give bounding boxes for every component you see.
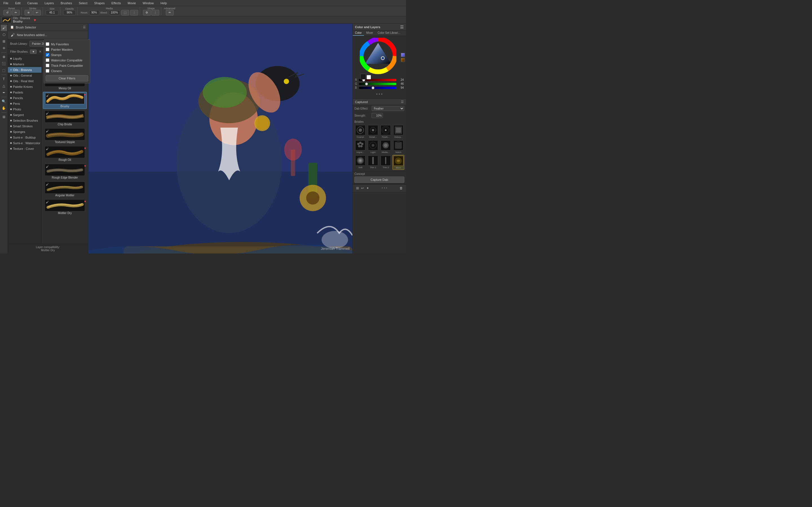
history-icon[interactable]: ↩: [360, 186, 365, 191]
size-input[interactable]: [46, 10, 58, 15]
cat-pastels[interactable]: Pastels: [8, 90, 42, 95]
cat-texture-cover[interactable]: Texture : Cover: [8, 146, 42, 152]
foreground-color[interactable]: [360, 74, 366, 79]
clear-filters-button[interactable]: Clear Filters: [46, 75, 88, 81]
media-btn2[interactable]: ⋮: [130, 10, 138, 15]
menu-shapes[interactable]: Shapes: [93, 1, 106, 5]
layers-icon[interactable]: ⊞: [355, 186, 360, 191]
filter-thick-paint-checkbox[interactable]: [46, 64, 49, 67]
tool-move[interactable]: ✛: [1, 45, 7, 51]
cat-photo[interactable]: Photo: [8, 107, 42, 112]
tool-crop[interactable]: ⊞: [1, 38, 7, 45]
stroke-btn1[interactable]: ≋: [24, 10, 33, 15]
reset-stroke-button[interactable]: ✏: [12, 10, 20, 15]
bristle-light[interactable]: Light: [367, 140, 379, 154]
menu-help[interactable]: Help: [159, 1, 168, 5]
canvas-area[interactable]: Jeremiah Trammell: [88, 24, 352, 253]
cat-palette-knives[interactable]: Palette Knives: [8, 84, 42, 90]
brush-item-rough-oil[interactable]: 🖌 Rough Oil ♥: [43, 146, 87, 162]
bristle-notch[interactable]: Notch: [393, 140, 404, 154]
cat-sponges[interactable]: Sponges: [8, 129, 42, 135]
cat-oils-real-wet[interactable]: Oils : Real Wet: [8, 78, 42, 84]
bristle-impressionist[interactable]: Impre...: [354, 140, 366, 154]
g-slider[interactable]: [359, 83, 396, 85]
cat-pencils[interactable]: Pencils: [8, 95, 42, 101]
menu-file[interactable]: File: [2, 1, 10, 5]
bleed-value-input[interactable]: [109, 10, 120, 15]
tool-eyedropper[interactable]: ⊕: [1, 54, 7, 60]
bristle-soft[interactable]: Soft: [354, 155, 366, 170]
bristle-thin2[interactable]: Thin 2: [380, 155, 392, 170]
filter-watercolor-checkbox[interactable]: [46, 58, 49, 62]
bristle-coarse[interactable]: Coarse: [354, 124, 366, 139]
color-variant-2[interactable]: [401, 58, 405, 62]
bristle-feather[interactable]: Feath...: [380, 124, 392, 139]
bristle-thin1[interactable]: Thin 1: [367, 155, 379, 170]
captured-menu-icon[interactable]: ☰: [401, 100, 404, 104]
media-btn1[interactable]: ⬚: [121, 10, 129, 15]
filter-button[interactable]: ▼: [30, 50, 37, 54]
tool-fill[interactable]: ⬛: [1, 61, 7, 67]
filter-clear-icon[interactable]: ✕: [39, 50, 42, 54]
brush-favorite-button[interactable]: ♥: [32, 17, 38, 23]
filter-stamps-checkbox[interactable]: [46, 53, 49, 57]
reset-value-input[interactable]: [89, 10, 99, 15]
panel-menu-icon[interactable]: ☰: [400, 25, 404, 29]
shape-btn1[interactable]: ⚙: [143, 10, 151, 15]
menu-select[interactable]: Select: [78, 1, 89, 5]
color-wheel[interactable]: [360, 38, 396, 74]
menu-window[interactable]: Window: [142, 1, 155, 5]
plus-icon[interactable]: ✦: [365, 186, 370, 191]
cat-selection-brushes[interactable]: Selection Brushes: [8, 118, 42, 123]
menu-edit[interactable]: Edit: [14, 1, 22, 5]
background-color[interactable]: [366, 75, 371, 79]
tool-zoom[interactable]: 🔍: [1, 98, 7, 105]
bristle-heavy[interactable]: Heavy...: [393, 124, 404, 139]
bristle-worn[interactable]: Worn: [393, 155, 404, 170]
stroke-btn2[interactable]: ↩: [33, 10, 41, 15]
filter-painter-masters-checkbox[interactable]: [46, 48, 49, 51]
brush-item-mottler-dry[interactable]: 🖌 Mottler Dry ♥: [43, 199, 87, 216]
menu-movie[interactable]: Movie: [126, 1, 137, 5]
cat-liquify[interactable]: Liquify: [8, 56, 42, 61]
advanced-button[interactable]: ✏: [166, 10, 174, 15]
brush-item-angular-mottler[interactable]: 🖌 Angular Mottler: [43, 181, 87, 198]
delete-icon[interactable]: 🗑: [399, 186, 404, 191]
tool-shape[interactable]: △: [1, 83, 7, 89]
cat-pens[interactable]: Pens: [8, 101, 42, 107]
cat-sumie-watercolor[interactable]: Sumi-e : Watercolor: [8, 140, 42, 146]
menu-canvas[interactable]: Canvas: [26, 1, 39, 5]
menu-brushes[interactable]: Brushes: [59, 1, 73, 5]
dab-effect-select[interactable]: Feather: [371, 106, 404, 111]
filter-my-favorites-checkbox[interactable]: [46, 42, 49, 46]
tab-mixer[interactable]: Mixer: [364, 31, 375, 36]
reset-button[interactable]: ↺: [3, 10, 11, 15]
brush-panel-menu-icon[interactable]: ☰: [83, 25, 86, 29]
brush-item-chip-bristle[interactable]: 🖌 Chip Bristle: [43, 110, 87, 127]
tool-layers[interactable]: ⊞: [1, 114, 7, 120]
bristle-detail[interactable]: Detail...: [367, 124, 379, 139]
cat-markers[interactable]: Markers: [8, 61, 42, 67]
filter-cloners[interactable]: Cloners: [46, 68, 88, 73]
tool-pen[interactable]: ✒: [1, 90, 7, 96]
brush-item-textured-stipple[interactable]: 🖌 Textured Stipple: [43, 128, 87, 145]
strength-input[interactable]: [371, 113, 383, 118]
tool-select[interactable]: ⬡: [1, 32, 7, 38]
shape-btn2[interactable]: ⋮: [151, 10, 159, 15]
cat-oils-bravura[interactable]: Oils : Bravura: [8, 67, 42, 73]
brush-item-rough-edge-blender[interactable]: 🖌 Rough Edge Blender ♥: [43, 163, 87, 180]
tab-color[interactable]: Color: [353, 31, 364, 36]
filter-thick-paint[interactable]: Thick Paint Compatible: [46, 63, 88, 68]
menu-effects[interactable]: Effects: [110, 1, 122, 5]
menu-layers[interactable]: Layers: [43, 1, 55, 5]
cat-sargent[interactable]: Sargent: [8, 112, 42, 118]
brush-item-brushy[interactable]: 🖌 Brushy ♥: [43, 92, 87, 109]
tool-pan[interactable]: ✋: [1, 105, 7, 111]
tab-color-set[interactable]: Color Set Librari...: [375, 31, 403, 36]
filter-my-favorites[interactable]: My Favorites: [46, 41, 88, 47]
opacity-input[interactable]: [63, 10, 76, 15]
color-variant-1[interactable]: [401, 53, 405, 57]
tool-text[interactable]: T: [1, 76, 7, 82]
tool-brush[interactable]: 🖌: [1, 25, 7, 31]
filter-stamps[interactable]: Stamps: [46, 52, 88, 57]
